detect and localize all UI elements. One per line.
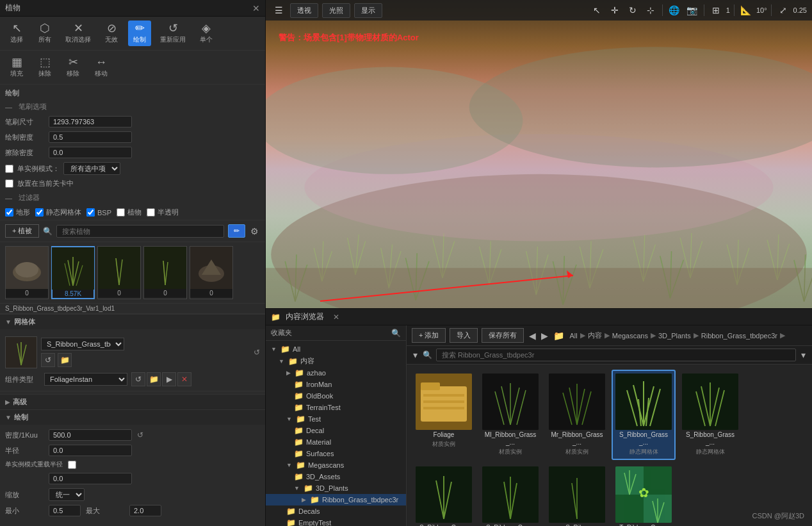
viewport-scale-btn[interactable]: ⊹ [643, 3, 658, 18]
single-instance-dropdown[interactable]: 所有选中项 [63, 162, 120, 175]
comp-btn-1[interactable]: ↺ [131, 372, 145, 386]
tool-paint[interactable]: ✏ 绘制 [128, 21, 151, 46]
tool-select[interactable]: ↖ 选择 [5, 21, 28, 46]
foliage-item-3[interactable]: 0 [143, 246, 187, 299]
cb-asset-mr-ribbon[interactable]: Mr_Ribbon_Grass_... 材质实例 [545, 370, 609, 460]
paint-density-input[interactable] [49, 131, 132, 143]
cb-tree-emptytest[interactable]: 📁 EmptyTest [266, 517, 406, 526]
cb-asset-foliage[interactable]: Foliage 材质实例 [412, 370, 476, 460]
cb-save-btn[interactable]: 保存所有 [482, 328, 524, 343]
single-radius-input[interactable] [49, 473, 132, 484]
cb-tree-material[interactable]: 📁 Material [266, 436, 406, 448]
cb-tree-azhao[interactable]: ▶ 📁 azhao [266, 367, 406, 379]
viewport-lighting-btn[interactable]: 光照 [322, 3, 350, 18]
foliage-item-2[interactable]: 0 [97, 246, 141, 299]
cb-asset-s-ribbon-2[interactable]: S_Ribbon_Grass_... 静态网格体 [678, 370, 742, 460]
cb-forward-btn[interactable]: ▶ [540, 329, 549, 342]
bc-all[interactable]: All [569, 332, 577, 340]
cb-asset-s-ribbon-4[interactable]: S_Ribbon_Grass_... 静态网格体 [478, 463, 542, 526]
scale-min-input[interactable] [49, 505, 81, 516]
tool-move2[interactable]: ↔ 移动 [90, 54, 113, 80]
viewport-grid-btn[interactable]: ⊞ [708, 3, 724, 18]
cb-add-btn[interactable]: + 添加 [412, 328, 446, 343]
tool-reapply[interactable]: ↺ 重新应用 [156, 21, 190, 46]
cb-tree-oldbook[interactable]: 📁 OldBook [266, 390, 406, 402]
cb-filter-btn[interactable]: ▾ [412, 349, 419, 361]
foliage-add-btn[interactable]: + 植被 [5, 224, 39, 238]
tool-move[interactable]: ✂ 移除 [61, 54, 85, 80]
viewport-move-tool-btn[interactable]: ✛ [607, 3, 622, 18]
single-radius-checkbox[interactable] [68, 461, 76, 469]
filter-translucent-check[interactable] [147, 208, 155, 217]
foliage-item-0[interactable]: 0 [5, 246, 49, 299]
erase-density-input[interactable] [49, 147, 132, 158]
bc-content[interactable]: 内容 [588, 331, 602, 340]
scale-dropdown[interactable]: 统一 [49, 488, 85, 501]
mesh-sync-btn[interactable]: ↺ [41, 353, 55, 367]
radius-input[interactable] [49, 445, 132, 456]
cb-tree-decals[interactable]: 📁 Decals [266, 505, 406, 517]
tool-deselect[interactable]: ✕ 取消选择 [61, 21, 95, 46]
cb-search-settings-btn[interactable]: ▾ [800, 349, 807, 361]
tool-erase[interactable]: ⬚ 抹除 [33, 54, 56, 80]
scale-max-input[interactable] [129, 505, 161, 516]
foliage-item-4[interactable]: 0 [190, 246, 233, 299]
cb-import-btn[interactable]: 导入 [450, 328, 478, 343]
comp-btn-2[interactable]: 📁 [147, 372, 161, 386]
tool-all[interactable]: ⬡ 所有 [33, 21, 56, 46]
single-instance-checkbox[interactable] [5, 165, 13, 173]
place-level-checkbox[interactable] [5, 179, 13, 188]
viewport-perspective-btn[interactable]: 透视 [290, 3, 318, 18]
advanced-collapse-header[interactable]: ▶ 高级 [0, 395, 265, 409]
brush-size-input[interactable] [49, 116, 132, 127]
cb-tree-surfaces[interactable]: 📁 Surfaces [266, 448, 406, 459]
cb-sidebar-search-icon[interactable]: 🔍 [391, 329, 401, 338]
cb-up-btn[interactable]: 📁 [552, 329, 565, 342]
cb-tree-terraintest[interactable]: 📁 TerrainTest [266, 402, 406, 413]
viewport-cursor-btn[interactable]: ↖ [589, 3, 605, 18]
content-browser-close-btn[interactable]: ✕ [333, 313, 339, 322]
cb-tree-decal[interactable]: 📁 Decal [266, 425, 406, 436]
foliage-pencil-btn[interactable]: ✏ [228, 224, 245, 238]
comp-btn-4[interactable]: ✕ [177, 372, 191, 386]
panel-close-btn[interactable]: ✕ [252, 3, 260, 13]
mesh-browse-btn[interactable]: 📁 [58, 353, 72, 367]
mesh-reset-btn[interactable]: ↺ [254, 348, 260, 357]
cb-tree-3dassets[interactable]: 📁 3D_Assets [266, 471, 406, 482]
paint-collapse-header[interactable]: ▼ 绘制 [0, 410, 265, 425]
tool-invalid[interactable]: ⊘ 无效 [100, 21, 123, 46]
cb-tree-ribbongrass[interactable]: ▶ 📁 Ribbon_Grass_tbdpec3r [266, 494, 406, 505]
viewport-rotate-btn[interactable]: ↻ [625, 3, 640, 18]
cb-tree-content[interactable]: ▼ 📁 内容 [266, 355, 406, 367]
foliage-settings-btn[interactable]: ⚙ [249, 225, 260, 238]
tool-single[interactable]: ◈ 单个 [195, 21, 218, 46]
cb-tree-test[interactable]: ▼ 📁 Test [266, 413, 406, 425]
filter-static-mesh-check[interactable] [35, 208, 44, 217]
viewport-menu-btn[interactable]: ☰ [271, 3, 286, 18]
bc-3dplants[interactable]: 3D_Plants [658, 332, 691, 340]
comp-btn-3[interactable]: ▶ [162, 372, 176, 386]
cb-tree-3dplants[interactable]: ▼ 📁 3D_Plants [266, 482, 406, 494]
viewport-camera-btn[interactable]: 📷 [685, 3, 700, 18]
cb-asset-mi-ribbon[interactable]: MI_Ribbon_Grass_... 材质实例 [478, 370, 542, 460]
cb-tree-ironman[interactable]: 📁 IronMan [266, 379, 406, 390]
viewport-world-btn[interactable]: 🌐 [667, 3, 682, 18]
cb-back-btn[interactable]: ◀ [528, 329, 537, 342]
bc-megascans[interactable]: Megascans [612, 332, 648, 340]
foliage-search-input[interactable] [56, 225, 224, 238]
cb-asset-s-rib[interactable]: S_Rib... 静态网格体 [545, 463, 609, 526]
mesh-select-dropdown[interactable]: S_Ribbon_Grass_tbdpe [41, 338, 124, 350]
density-reset-btn[interactable]: ↺ [137, 431, 143, 440]
cb-asset-s-ribbon-3[interactable]: S_Ribbon_Grass_... 静态网格体 [412, 463, 476, 526]
cb-search-input[interactable] [436, 349, 796, 361]
density-input[interactable] [49, 429, 132, 441]
tool-fill[interactable]: ▦ 填充 [5, 54, 28, 80]
mesh-collapse-header[interactable]: ▼ 网格体 [0, 315, 265, 329]
foliage-item-1[interactable]: 8.57K [51, 246, 95, 299]
filter-foliage-check[interactable] [117, 208, 125, 217]
cb-tree-all[interactable]: ▼ 📁 All [266, 343, 406, 355]
bc-ribbongrass[interactable]: Ribbon_Grass_tbdpec3r [701, 332, 777, 340]
cb-tree-megascans[interactable]: ▼ 📁 Megascans [266, 459, 406, 471]
component-type-select[interactable]: FoliageInstan [44, 373, 127, 386]
filter-bsp-check[interactable] [86, 208, 95, 217]
